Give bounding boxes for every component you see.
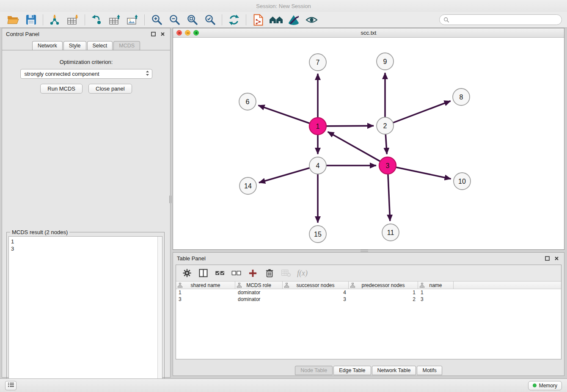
tab-select[interactable]: Select <box>87 41 113 50</box>
tab-style[interactable]: Style <box>63 41 86 50</box>
node-9[interactable]: 9 <box>377 53 394 70</box>
tab-network[interactable]: Network <box>32 41 63 50</box>
import-table-button[interactable] <box>64 13 82 27</box>
edge-2-8[interactable] <box>391 101 451 124</box>
mcds-result-list[interactable]: 13 <box>8 236 162 389</box>
edge-3-1[interactable] <box>328 132 382 162</box>
vertical-splitter-handle[interactable] <box>169 196 171 203</box>
delete-row-button[interactable] <box>262 266 277 280</box>
column-header-label: successor nodes <box>296 282 334 288</box>
open-session-button[interactable] <box>4 13 22 27</box>
table-row[interactable]: 3dominator323 <box>176 296 561 303</box>
column-tree-icon <box>420 283 424 289</box>
task-history-button[interactable] <box>5 381 17 390</box>
network-overview-button[interactable] <box>267 13 285 27</box>
network-document-button[interactable] <box>249 13 267 27</box>
search-box[interactable] <box>439 14 562 25</box>
column-header-shared-name[interactable]: shared name <box>176 282 235 289</box>
column-header-label: shared name <box>190 282 220 288</box>
control-panel-tabs: NetworkStyleSelectMCDS <box>2 39 170 50</box>
open-session-icon <box>7 14 19 25</box>
float-table-panel-icon[interactable] <box>543 254 551 262</box>
tab-mcds[interactable]: MCDS <box>113 41 140 50</box>
zoom-fit-button[interactable] <box>183 13 201 27</box>
node-10[interactable]: 10 <box>454 173 471 190</box>
select-all-checks-icon <box>215 270 225 276</box>
function-builder-icon: f(x) <box>297 269 308 278</box>
show-columns-button[interactable] <box>196 266 211 280</box>
svg-text:8: 8 <box>460 94 463 101</box>
node-2[interactable]: 2 <box>377 117 394 134</box>
node-4[interactable]: 4 <box>309 157 326 174</box>
run-mcds-button[interactable]: Run MCDS <box>40 84 83 94</box>
minimize-window-icon[interactable] <box>185 30 190 36</box>
table-cell: 4 <box>283 290 349 295</box>
edge-1-6[interactable] <box>258 105 311 124</box>
edge-3-11[interactable] <box>388 172 390 221</box>
horizontal-splitter-handle[interactable] <box>361 250 368 252</box>
clear-all-checks-button[interactable] <box>229 266 244 280</box>
apply-layout-button[interactable] <box>225 13 243 27</box>
float-panel-icon[interactable] <box>149 30 157 38</box>
table-tabs: Node TableEdge TableNetwork TableMotifs <box>173 366 564 375</box>
column-header-MCDS-role[interactable]: MCDS role <box>235 282 283 289</box>
node-7[interactable]: 7 <box>309 54 326 71</box>
show-details-button[interactable] <box>303 13 320 27</box>
window-titlebar: Session: New Session <box>0 0 567 12</box>
export-table-button[interactable] <box>106 13 124 27</box>
memory-button[interactable]: Memory <box>528 381 562 390</box>
tab-motifs[interactable]: Motifs <box>417 366 442 375</box>
clear-all-checks-icon <box>231 270 242 276</box>
tab-node-table[interactable]: Node Table <box>295 366 333 375</box>
edge-1-2[interactable] <box>325 126 374 126</box>
style-button[interactable] <box>285 13 303 27</box>
import-network-button[interactable] <box>46 13 64 27</box>
edge-2-3[interactable] <box>385 133 387 154</box>
edge-4-14[interactable] <box>259 167 311 182</box>
toolbar-separator <box>144 14 145 25</box>
table-row[interactable]: 1dominator411 <box>176 289 561 296</box>
node-11[interactable]: 11 <box>382 224 399 241</box>
column-tree-icon <box>178 283 182 289</box>
zoom-selected-icon <box>204 14 216 25</box>
tab-edge-table[interactable]: Edge Table <box>333 366 371 375</box>
search-icon <box>443 17 449 23</box>
network-overview-icon <box>269 15 283 25</box>
node-1[interactable]: 1 <box>309 118 326 135</box>
column-header-label: name <box>429 282 442 288</box>
add-row-button[interactable] <box>245 266 260 280</box>
save-session-button[interactable] <box>22 13 40 27</box>
node-8[interactable]: 8 <box>453 88 470 105</box>
zoom-fit-icon <box>187 14 198 25</box>
optimization-criterion-select[interactable]: strongly connected component <box>20 69 152 79</box>
settings-gear-button[interactable] <box>179 266 194 280</box>
zoom-selected-button[interactable] <box>201 13 219 27</box>
close-panel-icon[interactable] <box>159 30 166 38</box>
close-window-icon[interactable] <box>176 30 182 36</box>
node-3[interactable]: 3 <box>379 157 396 174</box>
style-icon <box>288 14 300 25</box>
tab-network-table[interactable]: Network Table <box>372 366 416 375</box>
zoom-window-icon[interactable] <box>193 30 199 36</box>
node-14[interactable]: 14 <box>239 177 256 194</box>
node-6[interactable]: 6 <box>239 93 256 110</box>
result-scrollbar[interactable] <box>157 237 162 389</box>
column-header-successor-nodes[interactable]: successor nodes <box>283 282 349 289</box>
close-table-panel-icon[interactable] <box>553 254 560 262</box>
column-header-predecessor-nodes[interactable]: predecessor nodes <box>349 282 418 289</box>
main-toolbar <box>0 12 567 28</box>
table-panel-header: Table Panel <box>173 253 564 264</box>
zoom-out-button[interactable] <box>165 13 183 27</box>
zoom-in-button[interactable] <box>148 13 165 27</box>
search-input[interactable] <box>452 17 558 23</box>
node-15[interactable]: 15 <box>309 226 326 243</box>
close-panel-button[interactable]: Close panel <box>88 84 132 94</box>
network-window-title: scc.txt <box>361 30 377 36</box>
network-canvas[interactable]: 7968124314101511 <box>173 38 564 249</box>
column-header-name[interactable]: name <box>418 282 454 289</box>
edge-3-10[interactable] <box>394 167 451 179</box>
export-network-button[interactable] <box>88 13 106 27</box>
mcds-result-title: MCDS result (2 nodes) <box>10 229 69 235</box>
select-all-checks-button[interactable] <box>212 266 227 280</box>
export-image-button[interactable] <box>124 13 141 27</box>
